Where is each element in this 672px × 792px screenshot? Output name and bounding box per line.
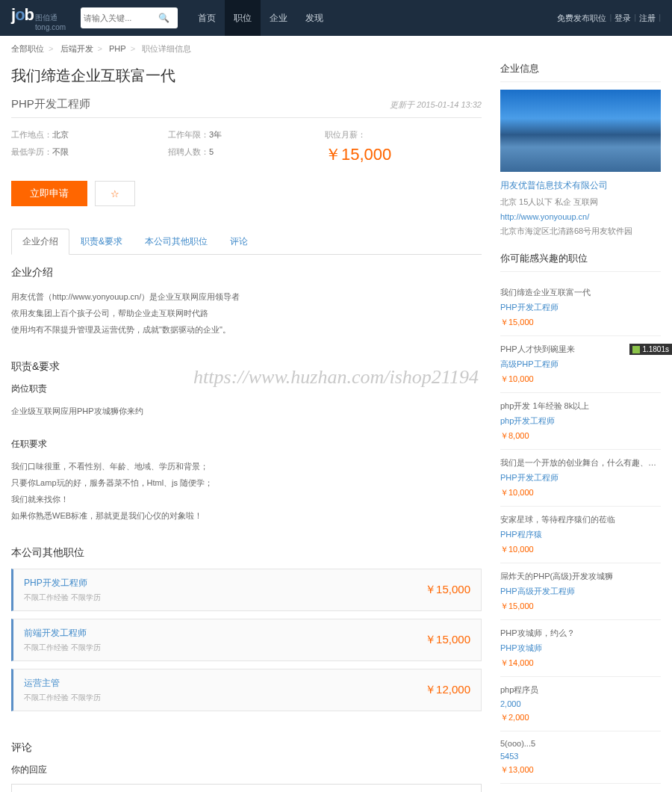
crumb-all[interactable]: 全部职位 — [11, 44, 44, 53]
section-others: 本公司其他职位 PHP开发工程师不限工作经验 不限学历 ￥15,000 前端开发… — [11, 535, 482, 730]
company-logo — [500, 90, 661, 172]
job-tabs: 企业介绍 职责&要求 本公司其他职位 评论 — [11, 229, 482, 255]
tab-others[interactable]: 本公司其他职位 — [134, 229, 219, 255]
rec-item[interactable]: php程序员2,000￥2,000 — [500, 677, 661, 731]
section-intro: 企业介绍 用友优普（http://www.yonyouup.cn/）是企业互联网… — [11, 255, 482, 349]
tab-intro[interactable]: 企业介绍 — [11, 229, 69, 255]
comment-box[interactable]: 需要登录可以评论哦 立即登录 | 注册 — [11, 784, 482, 792]
favorite-button[interactable]: ☆ — [95, 181, 135, 206]
crumb-backend[interactable]: 后端开发 — [60, 44, 93, 53]
other-job-item[interactable]: 前端开发工程师不限工作经验 不限学历 ￥15,000 — [11, 619, 482, 661]
rec-title: 你可能感兴趣的职位 — [500, 252, 661, 272]
rec-item[interactable]: 安家星球，等待程序猿们的莅临PHP程序猿￥10,000 — [500, 507, 661, 563]
search-box[interactable]: 🔍 — [81, 7, 178, 28]
crumb-current: 职位详细信息 — [142, 44, 191, 53]
job-title: PHP开发工程师 — [11, 97, 90, 111]
company-address: 北京市海淀区北清路68号用友软件园 — [500, 226, 661, 237]
page-timer: 1.1801s — [629, 344, 672, 355]
nav-discover[interactable]: 发现 — [296, 0, 332, 36]
rec-item[interactable]: 我们缔造企业互联富一代PHP开发工程师￥15,000 — [500, 279, 661, 336]
register-link[interactable]: 注册 — [639, 13, 656, 24]
job-updated: 更新于 2015-01-14 13:32 — [390, 99, 482, 111]
other-job-item[interactable]: PHP开发工程师不限工作经验 不限学历 ￥15,000 — [11, 569, 482, 611]
search-input[interactable] — [84, 13, 158, 22]
apply-button[interactable]: 立即申请 — [11, 181, 87, 206]
company-name[interactable]: 用友优普信息技术有限公司 — [500, 179, 661, 192]
rec-item[interactable]: php开发 1年经验 8k以上php开发工程师￥8,000 — [500, 393, 661, 450]
job-salary: ￥15,000 — [325, 143, 482, 166]
main-nav: 首页 职位 企业 发现 — [189, 0, 332, 36]
logo[interactable]: job 图伯通tong.com — [11, 5, 66, 31]
rec-item[interactable]: 屌炸天的PHP(高级)开发攻城狮PHP高级开发工程师￥15,000 — [500, 563, 661, 620]
rec-item[interactable]: 我们是一个开放的创业舞台，什么有趣、够任性、...PHP开发工程师￥10,000 — [500, 450, 661, 507]
nav-jobs[interactable]: 职位 — [225, 0, 261, 36]
user-links: 免费发布职位| 登录| 注册| — [557, 13, 661, 24]
company-section-title: 企业信息 — [500, 62, 661, 82]
section-comment: 评论 你的回应 需要登录可以评论哦 立即登录 | 注册 发表评论 — [11, 730, 482, 792]
tab-duty[interactable]: 职责&要求 — [69, 229, 134, 255]
company-url[interactable]: http://www.yonyouup.cn/ — [500, 212, 661, 221]
crumb-php[interactable]: PHP — [109, 44, 126, 53]
job-slogan: 我们缔造企业互联富一代 — [11, 62, 482, 97]
other-job-item[interactable]: 运营主管不限工作经验 不限学历 ￥12,000 — [11, 669, 482, 711]
breadcrumb: 全部职位> 后端开发> PHP> 职位详细信息 — [11, 36, 661, 62]
tab-comment[interactable]: 评论 — [219, 229, 259, 255]
top-bar: job 图伯通tong.com 🔍 首页 职位 企业 发现 免费发布职位| 登录… — [0, 0, 672, 36]
rec-item[interactable]: PHP攻城师，约么？PHP攻城师￥14,000 — [500, 620, 661, 677]
nav-home[interactable]: 首页 — [189, 0, 225, 36]
post-job-link[interactable]: 免费发布职位 — [557, 13, 606, 24]
section-duty: 职责&要求 岗位职责 企业级互联网应用PHP攻城狮你来约 任职要求 我们口味很重… — [11, 349, 482, 535]
company-meta: 北京 15人以下 私企 互联网 — [500, 197, 661, 208]
nav-company[interactable]: 企业 — [261, 0, 296, 36]
rec-item[interactable]: 5(ooo)...55453￥13,000 — [500, 731, 661, 784]
search-icon[interactable]: 🔍 — [158, 13, 169, 23]
login-link[interactable]: 登录 — [615, 13, 631, 24]
